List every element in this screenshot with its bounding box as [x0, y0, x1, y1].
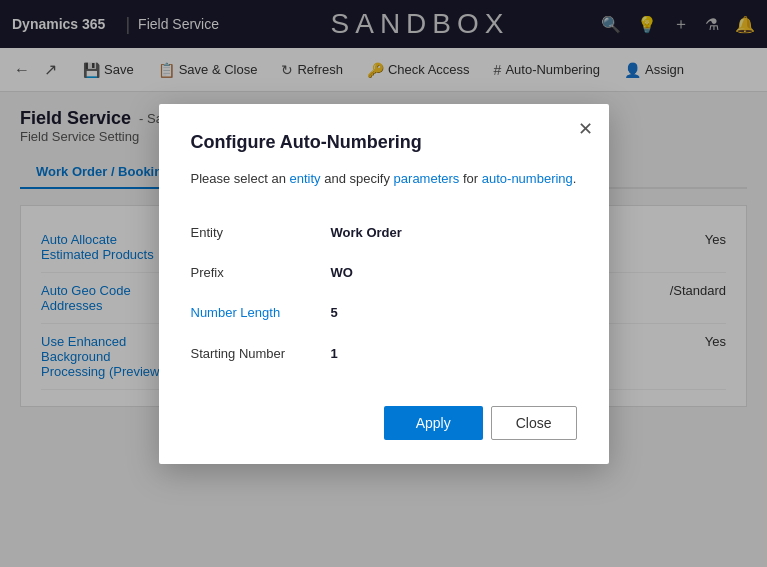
modal-close-button[interactable]: ✕	[578, 120, 593, 138]
table-row-starting-number: Starting Number 1	[191, 333, 577, 373]
modal-footer: Apply Close	[191, 406, 577, 440]
starting-number-value: 1	[331, 333, 577, 373]
prefix-value: WO	[331, 252, 577, 292]
number-length-value: 5	[331, 293, 577, 333]
number-length-label: Number Length	[191, 293, 331, 333]
entity-highlight: entity	[290, 171, 321, 186]
table-row-number-length: Number Length 5	[191, 293, 577, 333]
modal-description: Please select an entity and specify para…	[191, 169, 577, 189]
table-row-prefix: Prefix WO	[191, 252, 577, 292]
apply-button[interactable]: Apply	[384, 406, 483, 440]
params-highlight: parameters	[394, 171, 460, 186]
entity-value: Work Order	[331, 212, 577, 252]
prefix-label: Prefix	[191, 252, 331, 292]
close-modal-button[interactable]: Close	[491, 406, 577, 440]
modal-overlay: Configure Auto-Numbering ✕ Please select…	[0, 0, 767, 567]
autonumbering-highlight: auto-numbering	[482, 171, 573, 186]
page-content: Field Service - Saved Field Service Sett…	[0, 92, 767, 567]
table-row-entity: Entity Work Order	[191, 212, 577, 252]
modal-fields-table: Entity Work Order Prefix WO Number Lengt…	[191, 212, 577, 374]
modal-title: Configure Auto-Numbering	[191, 132, 577, 153]
entity-label: Entity	[191, 212, 331, 252]
configure-autonumbering-modal: Configure Auto-Numbering ✕ Please select…	[159, 104, 609, 464]
starting-number-label: Starting Number	[191, 333, 331, 373]
